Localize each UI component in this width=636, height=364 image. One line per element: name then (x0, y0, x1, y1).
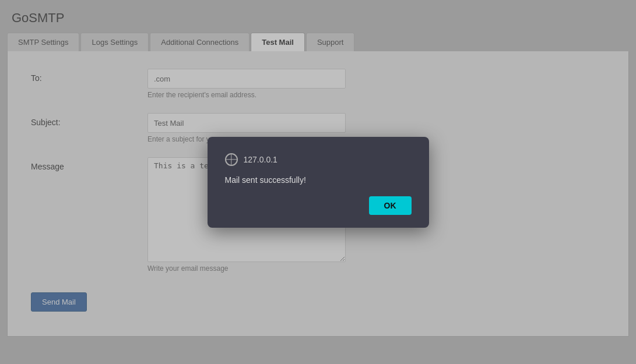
dialog-footer: OK (225, 196, 412, 215)
success-dialog: 127.0.0.1 Mail sent successfully! OK (208, 137, 429, 228)
dialog-header: 127.0.0.1 (225, 153, 412, 166)
dialog-ok-button[interactable]: OK (369, 196, 412, 215)
dialog-ip: 127.0.0.1 (244, 155, 277, 164)
app-container: GoSMTP SMTP Settings Logs Settings Addit… (0, 0, 636, 364)
dialog-overlay: 127.0.0.1 Mail sent successfully! OK (0, 0, 636, 364)
dialog-message: Mail sent successfully! (225, 175, 412, 185)
globe-icon (225, 153, 238, 166)
